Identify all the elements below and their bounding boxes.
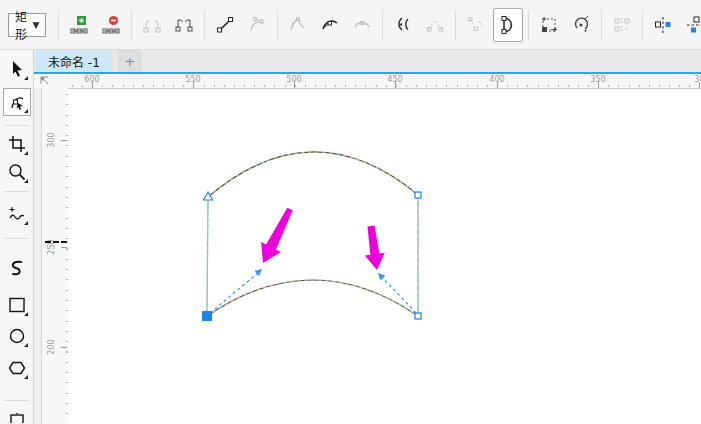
separator — [58, 10, 59, 40]
vruler-tick — [61, 347, 67, 348]
reflect-nodes-horizontally-icon[interactable] — [648, 8, 678, 42]
convert-to-line-icon[interactable] — [210, 8, 240, 42]
node-top-left[interactable] — [204, 192, 213, 200]
break-curve-icon — [137, 8, 167, 42]
document-tab-label: 未命名 -1 — [48, 53, 100, 70]
add-node-icon[interactable] — [64, 8, 94, 42]
toolbox-separator — [5, 238, 29, 239]
zoom-tool[interactable] — [3, 158, 31, 186]
toolbox-separator — [5, 191, 29, 192]
rectangle-tool[interactable] — [3, 291, 31, 319]
artistic-media-tool[interactable] — [3, 255, 31, 283]
shape-preset-value: 矩形 — [9, 8, 27, 42]
flyout-indicator — [24, 109, 28, 113]
reflect-nodes-vertically-icon[interactable] — [680, 8, 701, 42]
ellipse-tool[interactable] — [3, 322, 31, 350]
extend-curve-to-close-icon — [420, 8, 450, 42]
separator — [382, 10, 383, 40]
spiral-icon — [7, 259, 27, 279]
separator — [131, 10, 132, 40]
convert-to-curve-icon — [242, 8, 272, 42]
stretch-nodes-icon[interactable] — [534, 8, 564, 42]
ruler-origin-icon — [34, 74, 68, 88]
new-document-tab-button[interactable]: + — [118, 50, 142, 72]
crop-tool[interactable] — [3, 130, 31, 158]
symmetrical-node-icon — [347, 8, 377, 42]
align-nodes-icon — [607, 8, 637, 42]
shape-preset-dropdown[interactable]: 矩形 ▼ — [8, 13, 46, 37]
document-tab-bar: 未命名 -1 + — [34, 50, 701, 72]
pick-tool[interactable] — [3, 55, 31, 83]
smooth-node-icon[interactable] — [315, 8, 345, 42]
vertical-ruler[interactable]: 300 250 200 — [41, 88, 68, 424]
rotate-skew-nodes-icon[interactable] — [566, 8, 596, 42]
shape-tool[interactable] — [3, 88, 31, 116]
separator — [642, 10, 643, 40]
node-top-right[interactable] — [415, 192, 421, 198]
separator — [277, 10, 278, 40]
flyout-indicator — [24, 375, 28, 379]
separator — [204, 10, 205, 40]
annotation-arrow-right — [365, 226, 385, 271]
plus-icon: + — [125, 54, 136, 69]
chevron-down-icon: ▼ — [27, 20, 45, 30]
vruler-label: 300 — [47, 132, 56, 147]
extract-subpath-icon — [461, 8, 491, 42]
node-bottom-right[interactable] — [415, 313, 421, 319]
node-control-handles[interactable] — [210, 269, 416, 313]
ruler-origin[interactable] — [34, 74, 68, 88]
cusp-node-icon — [283, 8, 313, 42]
toolbox — [0, 50, 34, 424]
flyout-indicator — [24, 151, 28, 155]
node-bottom-left-selected[interactable] — [202, 311, 212, 321]
close-curve-icon[interactable] — [493, 8, 523, 42]
vruler-tick — [61, 140, 67, 141]
annotation-arrow-left — [261, 208, 293, 263]
hruler-label: 300 — [694, 75, 701, 84]
horizontal-ruler[interactable]: 600 550 500 450 400 350 300 — [68, 74, 701, 88]
vruler-tick — [61, 247, 67, 248]
reverse-direction-icon[interactable] — [388, 8, 418, 42]
freehand-tool[interactable] — [3, 200, 31, 228]
flyout-indicator — [24, 221, 28, 225]
selected-curve-object[interactable] — [207, 152, 418, 316]
separator — [601, 10, 602, 40]
toolbox-separator — [5, 400, 29, 401]
flyout-indicator — [24, 312, 28, 316]
separator — [455, 10, 456, 40]
flyout-indicator — [24, 179, 28, 183]
join-nodes-icon[interactable] — [169, 8, 199, 42]
polygon-tool[interactable] — [3, 354, 31, 382]
text-tool-icon — [7, 412, 27, 424]
toolbox-separator — [5, 125, 29, 126]
drawing-canvas[interactable] — [68, 88, 701, 424]
flyout-indicator — [24, 76, 28, 80]
vruler-label: 200 — [47, 339, 56, 354]
ruler-cursor-position-marker — [45, 241, 67, 243]
separator — [528, 10, 529, 40]
text-tool[interactable] — [3, 412, 31, 424]
property-bar: 矩形 ▼ — [0, 0, 701, 50]
delete-node-icon[interactable] — [96, 8, 126, 42]
document-tab[interactable]: 未命名 -1 — [36, 50, 112, 72]
flyout-indicator — [24, 343, 28, 347]
